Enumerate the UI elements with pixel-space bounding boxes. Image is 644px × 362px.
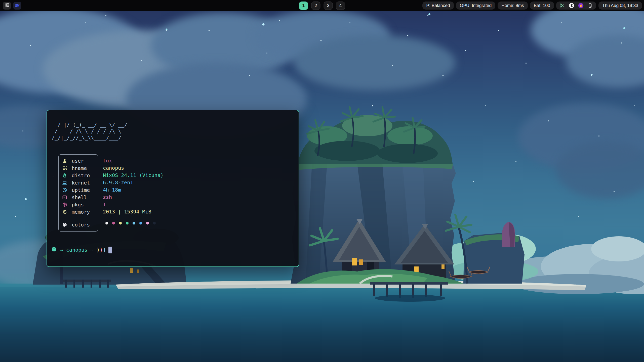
workspace-button-1[interactable]: 1 [299,2,308,10]
fetch-value: tux [103,157,164,164]
fetch-label-box: user hname [58,154,98,232]
prompt-chevron-1: ) [96,247,100,253]
ghost-icon [51,246,57,254]
workspace-button-3[interactable]: 3 [324,2,333,10]
prompt-chevron-3: ) [103,247,106,253]
shell-prompt[interactable]: → canopus ~ ) ) ) [51,246,112,254]
color-dot [139,222,142,224]
fetch-row-kernel: kernel [59,179,98,186]
laptop-icon [62,180,68,185]
fetch-value: 2013 | 15394 MiB [103,208,164,215]
clock-icon [62,188,68,193]
color-dot [126,222,129,224]
fetch-label: user [72,158,84,164]
fetch-row-memory: memory [59,208,98,215]
workspaces: 1 2 3 4 [299,0,345,11]
scissors-icon[interactable] [559,3,565,8]
phone-icon[interactable] [587,3,593,8]
penguin-icon [62,173,68,178]
fetch-row-colors: colors [59,218,98,231]
fetch-values: tux canopus NixOS 24.11 (Vicuna) 6.9.8-z… [103,154,164,230]
fastfetch-output: user hname [58,154,164,232]
fetch-value: zsh [103,193,164,201]
terminal-icon [62,195,68,200]
fetch-row-uptime: uptime [59,186,98,194]
window-manager-logo-button[interactable]: $W [13,2,21,10]
prompt-arrow: → [60,247,63,253]
color-dot [112,222,115,224]
gpu-pill[interactable]: GPU: Integrated [456,2,495,10]
fetch-value: 6.9.8-zen1 [103,179,164,186]
fetch-label: shell [72,194,87,200]
palette-icon [62,222,68,227]
grid-table-icon [5,3,10,9]
flame-icon[interactable] [578,3,584,8]
color-dot [119,222,122,224]
bar-right: P: Balanced GPU: Integrated Home: 9ms Ba… [422,0,642,11]
terminal-color-palette [103,216,164,230]
fetch-row-hname: hname [59,164,98,172]
terminal-window[interactable]: _ ___ ____ ____ / |/ (_)_ __/ __ \/ __/ … [47,110,299,267]
battery-pill[interactable]: Bat: 100 [530,2,554,10]
fetch-label: distro [72,172,90,178]
color-dot [153,222,156,224]
fetch-row-distro: distro [59,172,98,179]
clock-pill[interactable]: Thu Aug 08, 18:33 [598,2,642,10]
fetch-value: canopus [103,164,164,171]
system-tray [556,2,596,10]
fetch-row-user: user [59,157,98,164]
fetch-value: 4h 18m [103,186,164,193]
fetch-row-shell: shell [59,194,98,201]
fetch-label: uptime [72,187,90,193]
prompt-host: canopus [66,247,87,253]
ping-pill[interactable]: Home: 9ms [498,2,528,10]
fetch-row-pkgs: pkgs [59,201,98,208]
fetch-label: hname [72,165,87,171]
prompt-path: ~ [90,247,93,253]
sea [0,284,644,362]
terminal-cursor [108,247,112,253]
fetch-label: memory [72,209,90,215]
power-profile-pill[interactable]: P: Balanced [422,2,454,10]
logo-label: $W [15,3,19,8]
app-launcher-button[interactable] [3,2,11,10]
bar-left: $W [3,0,21,11]
nixos-ascii-logo: _ ___ ____ ____ / |/ (_)_ __/ __ \/ __/ … [52,115,130,141]
color-dot [133,222,135,224]
bluetooth-icon[interactable] [569,3,574,8]
package-icon [62,202,68,207]
fetch-label: pkgs [72,202,84,208]
color-dot [146,222,149,224]
color-dot [105,222,108,224]
prompt-chevron-2: ) [100,247,103,253]
fetch-value: NixOS 24.11 (Vicuna) [103,171,164,179]
chip-icon [62,209,68,214]
workspace-button-2[interactable]: 2 [311,2,320,10]
list-icon [62,166,68,171]
fetch-label: colors [72,222,90,228]
fetch-value: 1 [103,201,164,208]
desktop: $W 1 2 3 4 P: Balanced GPU: Integrated H… [0,0,644,362]
workspace-button-4[interactable]: 4 [336,2,345,10]
right-cliff-island [291,107,525,285]
fetch-label: kernel [72,180,90,186]
person-icon [62,158,68,163]
topbar: $W 1 2 3 4 P: Balanced GPU: Integrated H… [0,0,644,11]
